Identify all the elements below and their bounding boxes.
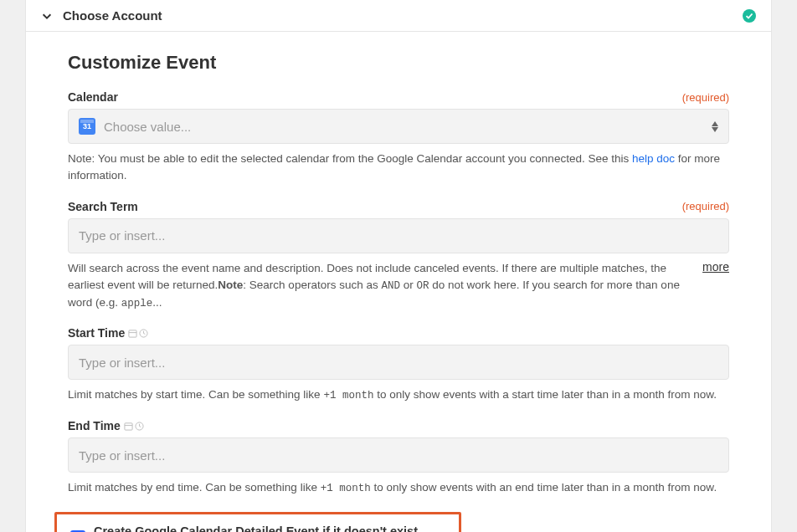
help-text-part: Note: You must be able to edit the selec… [68, 152, 632, 165]
clock-small-icon [135, 422, 144, 431]
code-text: +1 month [323, 390, 373, 402]
chevron-down-icon [41, 10, 53, 22]
search-help-text: Will search across the event name and de… [68, 260, 686, 312]
start-time-help-text: Limit matches by start time. Can be some… [68, 386, 729, 404]
datetime-icons [128, 329, 148, 338]
help-doc-link[interactable]: help doc [632, 152, 675, 165]
clock-small-icon [139, 329, 148, 338]
start-time-input[interactable]: Type or insert... [68, 345, 729, 380]
svg-marker-1 [712, 121, 718, 126]
field-end-time: End Time Type or insert... Limit matches… [68, 419, 729, 497]
help-text-part: ... [152, 296, 162, 309]
check-circle-icon [743, 9, 756, 23]
end-time-input[interactable]: Type or insert... [68, 437, 729, 473]
code-text: AND [381, 280, 400, 292]
checkbox-row[interactable]: Create Google Calendar Detailed Event if… [70, 524, 445, 532]
field-start-time: Start Time Type or insert... Limit match… [68, 326, 729, 404]
calendar-small-icon [124, 422, 133, 431]
start-time-placeholder: Type or insert... [79, 356, 165, 370]
end-time-placeholder: Type or insert... [79, 448, 165, 463]
help-text-part: or [400, 279, 417, 291]
svg-rect-3 [129, 330, 136, 337]
calendar-placeholder: Choose value... [104, 120, 191, 134]
required-indicator: (required) [682, 91, 729, 104]
help-text-part: Limit matches by start time. Can be some… [68, 388, 323, 401]
field-search-term: Search Term (required) Type or insert...… [68, 200, 729, 312]
google-calendar-icon: 31 [79, 118, 95, 135]
create-if-missing-label: Create Google Calendar Detailed Event if… [94, 524, 445, 532]
svg-point-0 [743, 9, 756, 23]
help-text-part: : Search operators such as [243, 279, 381, 291]
calendar-help-text: Note: You must be able to edit the selec… [68, 151, 729, 185]
start-time-label: Start Time [68, 326, 148, 340]
end-time-label: End Time [68, 419, 144, 432]
code-text: +1 month [321, 483, 371, 494]
search-placeholder: Type or insert... [79, 228, 165, 243]
help-text-part: to only show events with a start time la… [373, 388, 717, 401]
page-title: Customize Event [68, 52, 729, 74]
field-calendar: Calendar (required) 31 Choose value... N… [68, 90, 729, 185]
label-row: Start Time [68, 326, 729, 340]
calendar-label: Calendar [68, 90, 118, 104]
help-text-part: Limit matches by end time. Can be someth… [68, 481, 321, 494]
create-if-missing-section: Create Google Calendar Detailed Event if… [54, 512, 461, 532]
search-help-wrap: Will search across the event name and de… [68, 260, 729, 312]
calendar-small-icon [128, 329, 137, 338]
label-row: Calendar (required) [68, 90, 729, 104]
section-header[interactable]: Choose Account [26, 0, 771, 32]
label-text: Start Time [68, 326, 125, 340]
help-text-part: to only show events with an end time lat… [371, 481, 717, 494]
calendar-select[interactable]: 31 Choose value... [68, 109, 729, 144]
search-label: Search Term [68, 200, 138, 213]
content-area: Customize Event Calendar (required) 31 C… [26, 32, 771, 532]
code-text: OR [416, 280, 429, 292]
label-text: End Time [68, 419, 121, 432]
end-time-help-text: Limit matches by end time. Can be someth… [68, 479, 729, 497]
required-indicator: (required) [682, 200, 729, 212]
label-row: End Time [68, 419, 729, 432]
section-title: Choose Account [63, 8, 162, 23]
datetime-icons [124, 422, 144, 431]
sort-arrows-icon [712, 121, 718, 132]
svg-rect-6 [125, 422, 132, 429]
label-row: Search Term (required) [68, 200, 729, 213]
svg-marker-2 [712, 127, 718, 132]
code-text: apple [121, 298, 153, 309]
help-text-bold: Note [218, 279, 243, 291]
page-container: Choose Account Customize Event Calendar … [25, 0, 772, 532]
search-input[interactable]: Type or insert... [68, 218, 729, 253]
more-link[interactable]: more [702, 260, 729, 312]
